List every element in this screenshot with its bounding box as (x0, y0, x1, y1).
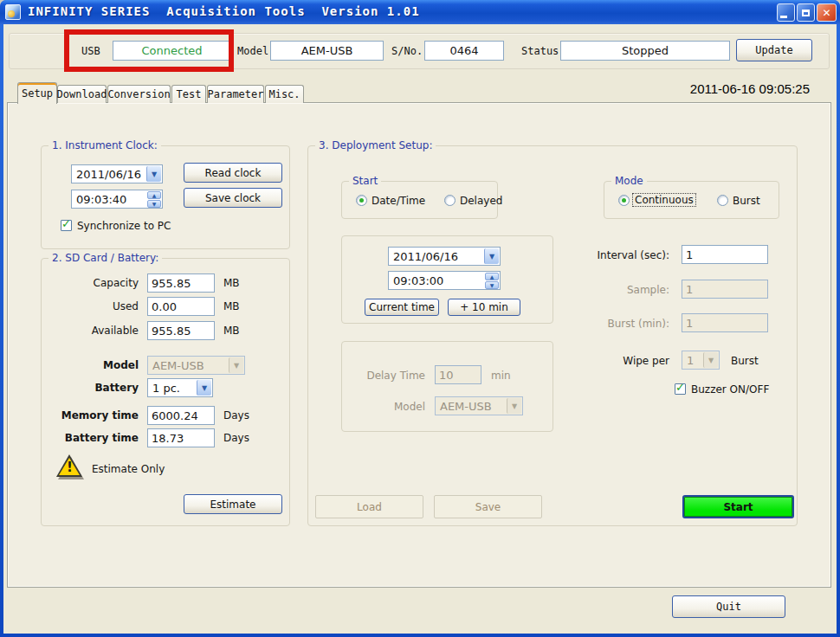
radio-date-time-label[interactable]: Date/Time (372, 195, 425, 207)
capacity-field[interactable]: 955.85 (147, 273, 215, 293)
chevron-down-icon[interactable]: ▼ (146, 166, 161, 182)
read-clock-button[interactable]: Read clock (184, 163, 282, 183)
read-clock-label: Read clock (205, 167, 262, 179)
used-field[interactable]: 0.00 (147, 297, 215, 316)
start-button-label: Start (723, 501, 753, 513)
maximize-button[interactable] (797, 3, 815, 22)
current-time-button[interactable]: Current time (365, 299, 439, 316)
wipe-per-unit: Burst (731, 355, 759, 367)
status-label: Status (521, 45, 559, 57)
radio-date-time[interactable] (356, 195, 367, 206)
client-area: USB Connected Model AEM-USB S/No. 0464 S… (3, 24, 837, 634)
sd-card-battery-title: 2. SD Card / Battery: (48, 252, 162, 265)
chevron-down-icon: ▼ (229, 357, 243, 373)
minimize-button[interactable] (777, 3, 795, 22)
burst-label: Burst (min): (535, 318, 669, 330)
sd-card-battery-group: 2. SD Card / Battery: Capacity 955.85 MB… (41, 258, 290, 526)
app-window: INFINITY SERIES Acquisition Tools Versio… (0, 0, 840, 637)
instrument-clock-title: 1. Instrument Clock: (48, 139, 161, 152)
burst-field: 1 (682, 313, 768, 332)
clock-time-spinner[interactable]: 09:03:40 ▲▼ (71, 190, 163, 209)
setup-tab-page: 1. Instrument Clock: 2011/06/16 ▼ Read c… (7, 102, 831, 588)
spin-up-icon[interactable]: ▲ (485, 273, 499, 280)
buzzer-checkbox[interactable]: ✓ (675, 383, 686, 395)
quit-button[interactable]: Quit (672, 595, 785, 618)
model-label: Model (237, 45, 268, 57)
clock-date-value: 2011/06/16 (76, 168, 141, 181)
radio-continuous[interactable] (618, 195, 630, 206)
sd-model-label: Model (50, 359, 139, 371)
current-time-label: Current time (369, 301, 435, 313)
sync-to-pc-checkbox[interactable]: ✓ (61, 220, 72, 231)
radio-burst-label[interactable]: Burst (733, 195, 760, 207)
sample-label: Sample: (535, 284, 669, 296)
title-bar[interactable]: INFINITY SERIES Acquisition Tools Versio… (0, 0, 840, 24)
sync-to-pc-label: Synchronize to PC (77, 220, 171, 232)
deployment-setup-group: 3. Deployment Setup: Start Date/Time Del… (307, 145, 798, 526)
radio-burst[interactable] (717, 195, 728, 206)
spin-down-icon[interactable]: ▼ (485, 281, 499, 289)
wipe-per-label: Wipe per (535, 355, 669, 367)
battery-time-value: 18.73 (152, 432, 184, 445)
memory-time-field[interactable]: 6000.24 (147, 406, 215, 425)
update-button[interactable]: Update (736, 39, 812, 61)
radio-delayed-label[interactable]: Delayed (460, 195, 502, 207)
memory-time-label: Memory time (50, 409, 139, 421)
save-button[interactable]: Save (434, 495, 542, 518)
delay-model-label: Model (342, 401, 425, 413)
spinner-buttons[interactable]: ▲▼ (147, 191, 161, 207)
start-button[interactable]: Start (682, 495, 794, 518)
spin-down-icon[interactable]: ▼ (147, 200, 161, 208)
estimate-only-note: Estimate Only (92, 463, 165, 475)
radio-delayed[interactable] (444, 195, 456, 206)
spin-up-icon[interactable]: ▲ (147, 191, 161, 199)
spinner-buttons[interactable]: ▲▼ (485, 273, 499, 288)
load-button-label: Load (357, 501, 382, 513)
save-clock-button[interactable]: Save clock (184, 188, 282, 208)
used-unit: MB (223, 300, 240, 312)
delay-time-field: 10 (435, 365, 481, 384)
tab-misc[interactable]: Misc. (265, 85, 304, 103)
instrument-clock-group: 1. Instrument Clock: 2011/06/16 ▼ Read c… (41, 145, 290, 249)
tab-misc-label: Misc. (268, 88, 300, 100)
sample-value: 1 (686, 283, 693, 296)
battery-select[interactable]: 1 pc. ▼ (147, 378, 213, 397)
warning-icon: ! (55, 454, 87, 480)
quit-button-label: Quit (716, 601, 741, 613)
chevron-down-icon[interactable]: ▼ (197, 380, 211, 396)
plus-10-min-button[interactable]: + 10 min (448, 299, 520, 316)
deploy-time-spinner[interactable]: 09:03:00 ▲▼ (388, 271, 501, 290)
deploy-time-value: 09:03:00 (393, 274, 443, 287)
tab-test[interactable]: Test (171, 85, 206, 103)
battery-value: 1 pc. (152, 382, 180, 395)
available-value: 955.85 (152, 325, 191, 338)
deployment-setup-title: 3. Deployment Setup: (315, 139, 436, 152)
check-icon: ✓ (675, 381, 685, 394)
used-value: 0.00 (152, 300, 177, 313)
sd-model-value: AEM-USB (152, 359, 204, 372)
buzzer-label: Buzzer ON/OFF (691, 383, 769, 396)
save-clock-label: Save clock (205, 192, 261, 204)
deploy-date-select[interactable]: 2011/06/16 ▼ (388, 247, 501, 266)
available-field[interactable]: 955.85 (147, 321, 215, 340)
tab-conversion[interactable]: Conversion (107, 85, 171, 103)
interval-field[interactable]: 1 (682, 245, 768, 264)
minimize-icon (780, 16, 787, 18)
tab-parameter[interactable]: Parameter (207, 85, 264, 103)
tab-download[interactable]: Download (57, 85, 107, 103)
chevron-down-icon[interactable]: ▼ (484, 248, 499, 264)
tab-parameter-label: Parameter (207, 88, 263, 100)
tab-setup[interactable]: Setup (17, 82, 57, 104)
mode-group-title: Mode (611, 175, 647, 188)
radio-continuous-label[interactable]: Continuous (632, 193, 696, 207)
battery-time-field[interactable]: 18.73 (147, 428, 215, 447)
close-button[interactable]: ✕ (817, 3, 837, 22)
estimate-button[interactable]: Estimate (184, 494, 282, 514)
delay-time-label: Delay Time (342, 370, 425, 382)
battery-time-label: Battery time (50, 432, 139, 444)
clock-date-select[interactable]: 2011/06/16 ▼ (71, 164, 163, 183)
mode-group: Mode Continuous Burst (604, 181, 779, 219)
deploy-date-value: 2011/06/16 (393, 250, 458, 263)
interval-label: Interval (sec): (535, 249, 669, 261)
load-button[interactable]: Load (315, 495, 423, 518)
